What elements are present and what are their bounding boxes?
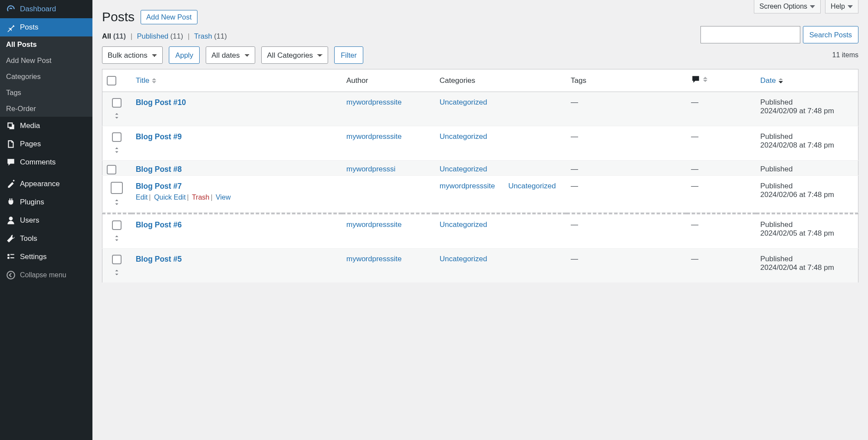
screen-options-label: Screen Options [760, 3, 807, 10]
menu-label: Tools [20, 234, 37, 243]
category-link[interactable]: Uncategorized [508, 182, 556, 190]
row-action-edit[interactable]: Edit [136, 194, 148, 201]
menu-posts[interactable]: Posts [0, 18, 92, 36]
svg-point-0 [7, 271, 15, 279]
tags-empty: — [571, 132, 578, 141]
reorder-handle-icon[interactable] [113, 269, 121, 276]
page-title: Posts [102, 10, 135, 24]
menu-settings[interactable]: Settings [0, 248, 92, 266]
tags-empty: — [571, 182, 578, 190]
table-row: Blog Post #5 mywordpresssite Uncategoriz… [102, 249, 858, 283]
menu-media[interactable]: Media [0, 117, 92, 135]
page-header: Posts Add New Post [102, 0, 858, 24]
users-icon [6, 216, 16, 225]
submenu-reorder[interactable]: Re-Order [0, 101, 92, 117]
author-link[interactable]: mywordpresssite [346, 255, 402, 263]
author-link[interactable]: mywordpresssi [346, 165, 395, 173]
reorder-handle-icon[interactable] [113, 234, 121, 242]
comments-empty: — [691, 98, 698, 106]
menu-pages[interactable]: Pages [0, 135, 92, 153]
filter-all[interactable]: All (11) [102, 32, 126, 40]
date-filter-select[interactable]: All dates [206, 46, 255, 64]
row-checkbox[interactable] [107, 165, 116, 174]
post-title-link[interactable]: Blog Post #7 [136, 182, 182, 190]
submenu-tags[interactable]: Tags [0, 85, 92, 101]
post-title-link[interactable]: Blog Post #10 [136, 98, 186, 107]
category-filter-select[interactable]: All Categories [261, 46, 328, 64]
table-row: Blog Post #6 mywordpresssite Uncategoriz… [102, 213, 858, 249]
dashboard-icon [6, 4, 16, 14]
category-link[interactable]: Uncategorized [440, 255, 487, 263]
row-action-view[interactable]: View [216, 194, 230, 201]
tools-icon [6, 234, 16, 243]
row-checkbox[interactable] [112, 132, 122, 142]
column-date[interactable]: Date [756, 69, 858, 92]
filter-published[interactable]: Published [137, 32, 168, 40]
menu-appearance[interactable]: Appearance [0, 175, 92, 193]
help-tab[interactable]: Help [825, 0, 858, 13]
comments-empty: — [691, 182, 698, 190]
pin-icon [6, 23, 16, 32]
menu-label: Appearance [20, 180, 60, 188]
menu-label: Plugins [20, 198, 44, 207]
reorder-handle-icon[interactable] [113, 112, 121, 120]
caret-down-icon [848, 5, 853, 8]
category-link[interactable]: Uncategorized [440, 132, 487, 141]
menu-label: Pages [20, 140, 41, 148]
add-new-post-button[interactable]: Add New Post [141, 10, 197, 24]
submenu-add-new[interactable]: Add New Post [0, 53, 92, 69]
search-input[interactable] [700, 26, 800, 43]
date-cell: Published2024/02/08 at 7:48 pm [756, 126, 858, 161]
post-title-link[interactable]: Blog Post #6 [136, 220, 182, 229]
submenu-categories[interactable]: Categories [0, 69, 92, 85]
post-title-link[interactable]: Blog Post #5 [136, 255, 182, 263]
posts-table: Title Author Categories Tags Date Blog P… [102, 69, 858, 283]
select-all-checkbox[interactable] [107, 76, 116, 85]
menu-tools[interactable]: Tools [0, 230, 92, 248]
comments-empty: — [691, 220, 698, 229]
column-comments[interactable] [687, 69, 756, 92]
author-link[interactable]: mywordpresssite [440, 182, 495, 190]
column-tags: Tags [566, 69, 687, 92]
date-cell: Published [756, 161, 858, 176]
screen-options-tab[interactable]: Screen Options [754, 0, 821, 13]
reorder-handle-icon[interactable] [113, 146, 121, 154]
sort-indicator-icon [779, 78, 783, 83]
post-title-link[interactable]: Blog Post #9 [136, 132, 182, 141]
search-posts-button[interactable]: Search Posts [803, 26, 858, 43]
menu-comments[interactable]: Comments [0, 153, 92, 171]
row-checkbox[interactable] [112, 255, 122, 264]
post-title-link[interactable]: Blog Post #8 [136, 165, 182, 174]
filter-trash[interactable]: Trash [194, 32, 212, 40]
filter-button[interactable]: Filter [334, 46, 363, 64]
author-link[interactable]: mywordpresssite [346, 220, 402, 229]
category-link[interactable]: Uncategorized [440, 220, 487, 229]
menu-label: Comments [20, 158, 56, 167]
date-cell: Published2024/02/05 at 7:48 pm [756, 213, 858, 249]
menu-plugins[interactable]: Plugins [0, 193, 92, 211]
reorder-handle-icon[interactable] [113, 198, 121, 206]
collapse-label: Collapse menu [20, 271, 66, 279]
row-checkbox[interactable] [112, 220, 122, 230]
author-link[interactable]: mywordpresssite [346, 98, 402, 106]
category-link[interactable]: Uncategorized [440, 98, 487, 106]
row-checkbox[interactable] [111, 182, 123, 194]
menu-dashboard[interactable]: Dashboard [0, 0, 92, 18]
row-checkbox[interactable] [112, 98, 122, 108]
row-action-quick-edit[interactable]: Quick Edit [154, 194, 186, 201]
submenu-all-posts[interactable]: All Posts [0, 36, 92, 53]
help-label: Help [831, 3, 845, 10]
comments-icon [6, 158, 16, 167]
apply-button[interactable]: Apply [169, 46, 200, 64]
author-link[interactable]: mywordpresssite [346, 132, 402, 141]
collapse-menu[interactable]: Collapse menu [0, 266, 92, 284]
row-action-trash[interactable]: Trash [192, 194, 209, 201]
date-cell: Published2024/02/04 at 7:48 pm [756, 249, 858, 283]
tags-empty: — [571, 255, 578, 263]
tags-empty: — [571, 220, 578, 229]
bulk-actions-select[interactable]: Bulk actions [102, 46, 163, 64]
menu-users[interactable]: Users [0, 211, 92, 230]
table-row: Blog Post #7 Edit| Quick Edit| Trash| Vi… [102, 176, 858, 213]
column-title[interactable]: Title [132, 69, 342, 92]
category-link[interactable]: Uncategorized [440, 165, 487, 173]
